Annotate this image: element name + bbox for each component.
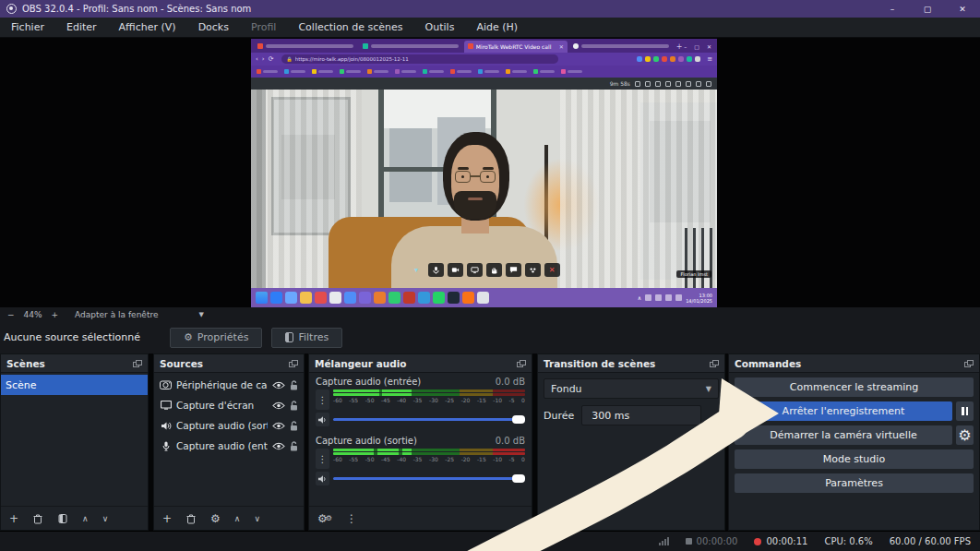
extension-icon [695, 56, 700, 62]
scenes-dock: Scènes Scène + ∧ ∨ [0, 353, 149, 531]
zoom-out-button[interactable]: − [7, 310, 15, 319]
visibility-eye-icon[interactable] [272, 442, 285, 450]
fit-to-window-label[interactable]: Adapter à la fenêtre [75, 310, 158, 319]
source-row[interactable]: Capture audio (entrée [154, 436, 304, 456]
lock-icon: 🔒 [287, 56, 293, 62]
bookmark-item [423, 69, 444, 74]
move-scene-down-button[interactable]: ∨ [102, 514, 109, 523]
source-properties-button[interactable]: ⚙ [210, 512, 221, 525]
browser-menu-icon: ≡ [707, 55, 712, 63]
fit-dropdown-caret-icon[interactable]: ▼ [198, 311, 203, 318]
reload-icon: ⟳ [269, 55, 274, 63]
taskbar-app-icon [403, 292, 415, 304]
taskbar-app-icon [462, 292, 474, 304]
raise-hand-icon [486, 263, 502, 277]
start-streaming-button[interactable]: Commencer le streaming [735, 377, 974, 397]
menu-outils[interactable]: Outils [414, 18, 466, 38]
lock-icon[interactable] [290, 380, 298, 390]
filters-icon [285, 332, 293, 342]
channel-menu-dots-icon[interactable]: ⋮ [316, 449, 329, 469]
volume-slider[interactable] [333, 418, 525, 421]
advanced-audio-gears-icon[interactable]: ⚙⚙ [317, 512, 332, 525]
lock-icon[interactable] [290, 441, 298, 451]
extension-icon [678, 56, 684, 62]
virtual-camera-settings-button[interactable]: ⚙ [956, 425, 974, 445]
menu-profil[interactable]: Profil [240, 18, 287, 38]
scene-list-item[interactable]: Scène [1, 375, 148, 395]
source-row[interactable]: Périphérique de captu [154, 375, 304, 395]
add-source-button[interactable]: + [162, 512, 172, 525]
audio-output-icon [160, 421, 172, 431]
add-scene-button[interactable]: + [9, 512, 18, 525]
menu-docks[interactable]: Docks [187, 18, 240, 38]
program-preview[interactable]: MiroTalk WebRTC Video call ✕ + –▢✕ ‹ › ⟳… [251, 39, 717, 307]
volume-slider[interactable] [333, 477, 525, 480]
settings-button[interactable]: Paramètres [735, 473, 974, 493]
screen-share-icon [467, 263, 483, 277]
volume-slider-handle[interactable] [512, 415, 525, 424]
zoom-in-button[interactable]: + [52, 310, 59, 319]
properties-button[interactable]: ⚙Propriétés [170, 328, 262, 348]
stop-recording-button[interactable]: Arrêter l'enregistrement [735, 401, 952, 421]
remove-scene-button[interactable] [32, 513, 43, 524]
extension-icon [653, 56, 659, 62]
visibility-eye-icon[interactable] [272, 422, 285, 430]
preview-zoom-bar: − 44% + Adapter à la fenêtre ▼ [0, 307, 980, 321]
lock-icon[interactable] [290, 421, 298, 431]
extension-icon [662, 56, 667, 62]
filters-button[interactable]: Filtres [271, 328, 342, 348]
source-row[interactable]: Capture audio (sortie) [154, 415, 304, 436]
popout-icon[interactable] [289, 360, 298, 367]
channel-db: 0.0 dB [496, 377, 525, 387]
collapse-chevron-icon: ▾ [409, 263, 424, 277]
move-scene-up-button[interactable]: ∧ [82, 514, 89, 523]
popout-icon[interactable] [133, 360, 142, 367]
move-source-up-button[interactable]: ∧ [234, 514, 241, 523]
fps-counter: 60.00 / 60.00 FPS [890, 536, 971, 546]
menu-fichier[interactable]: Fichier [0, 18, 55, 38]
controls-dock-header[interactable]: Commandes [729, 354, 979, 373]
start-virtual-camera-button[interactable]: Démarrer la caméra virtuelle [735, 425, 952, 445]
meeting-toolbar-icon [706, 81, 711, 87]
scene-filters-button[interactable] [57, 513, 68, 524]
bookmark-item [257, 69, 278, 74]
pause-recording-button[interactable] [956, 401, 974, 421]
popout-icon[interactable] [964, 360, 974, 367]
visibility-eye-icon[interactable] [272, 401, 285, 410]
lock-icon[interactable] [290, 401, 298, 411]
menu-collection-scenes[interactable]: Collection de scènes [287, 18, 413, 38]
studio-mode-button[interactable]: Mode studio [735, 449, 974, 469]
mute-speaker-icon[interactable] [316, 472, 329, 485]
status-bar: 00:00:00 00:00:11 CPU: 0.6% 60.00 / 60.0… [0, 531, 980, 551]
menu-aide[interactable]: Aide (H) [465, 18, 529, 38]
close-button[interactable]: ✕ [957, 5, 968, 14]
balcony-rail [685, 228, 717, 288]
mixer-menu-dots-icon[interactable]: ⋮ [346, 512, 357, 525]
menu-afficher[interactable]: Afficher (V) [108, 18, 187, 38]
mute-speaker-icon[interactable] [316, 413, 329, 426]
channel-menu-dots-icon[interactable]: ⋮ [316, 389, 329, 410]
source-row[interactable]: Capture d'écran [154, 395, 304, 415]
maximize-button[interactable]: ▢ [922, 5, 933, 14]
record-timer: 00:00:11 [754, 536, 807, 546]
mixer-dock-header[interactable]: Mélangeur audio [309, 354, 532, 373]
remove-source-button[interactable] [185, 513, 197, 524]
source-toolbar: Aucune source sélectionné ⚙Propriétés Fi… [0, 321, 980, 353]
scenes-dock-header[interactable]: Scènes [1, 354, 148, 373]
volume-slider-handle[interactable] [512, 474, 525, 483]
browser-tab [359, 41, 462, 53]
minimize-button[interactable]: – [887, 5, 898, 14]
taskbar-app-icon [477, 292, 489, 304]
visibility-eye-icon[interactable] [272, 381, 285, 389]
microphone-icon [428, 263, 444, 277]
transition-dock-header[interactable]: Transition de scènes [538, 354, 724, 373]
menu-editer[interactable]: Editer [55, 18, 108, 38]
sources-dock-header[interactable]: Sources [154, 354, 304, 373]
duration-input[interactable]: 300 ms [581, 405, 701, 425]
transition-remove-icon[interactable] [684, 430, 694, 448]
transition-select[interactable]: Fondu▼ [544, 378, 719, 399]
popout-icon[interactable] [517, 360, 526, 367]
scenes-toolbar: + ∧ ∨ [1, 506, 148, 530]
move-source-down-button[interactable]: ∨ [254, 514, 260, 523]
popout-icon[interactable] [710, 360, 719, 367]
